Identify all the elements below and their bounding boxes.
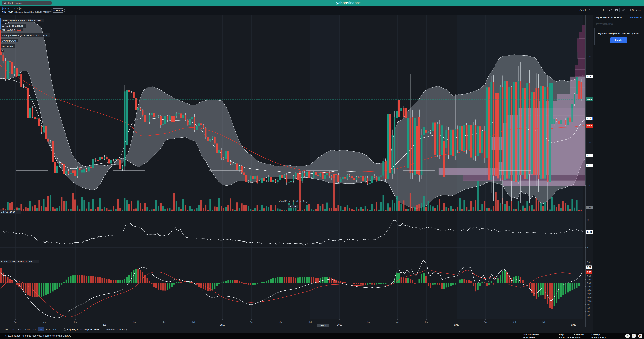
svg-text:80: 80 bbox=[587, 219, 589, 221]
svg-text:0.00: 0.00 bbox=[587, 278, 591, 281]
svg-text:-0.00: -0.00 bbox=[587, 296, 592, 298]
svg-text:0.01: 0.01 bbox=[587, 164, 592, 167]
svg-text:-0.01: -0.01 bbox=[587, 300, 592, 302]
svg-text:+: + bbox=[294, 205, 296, 208]
svg-text:Apr: Apr bbox=[367, 321, 371, 323]
svg-text:20: 20 bbox=[587, 246, 589, 249]
svg-text:rsi (14) 45,90: rsi (14) 45,90 bbox=[1, 211, 15, 213]
svg-text:-0.01: -0.01 bbox=[587, 307, 592, 309]
svg-text:0.05: 0.05 bbox=[588, 98, 592, 101]
svg-text:Apr: Apr bbox=[484, 321, 487, 323]
svg-text:0.03: 0.03 bbox=[588, 124, 592, 127]
svg-text:-0.01: -0.01 bbox=[587, 304, 592, 306]
svg-text:2016: 2016 bbox=[337, 324, 342, 326]
svg-text:0.08: 0.08 bbox=[587, 55, 591, 58]
svg-text:-0.01: -0.01 bbox=[587, 310, 592, 313]
svg-text:0.00: 0.00 bbox=[587, 282, 591, 284]
svg-text:Jul: Jul bbox=[513, 321, 516, 323]
svg-text:-0.00: -0.00 bbox=[587, 289, 592, 292]
svg-text:Bollinger Bands (20,2,ma,y) 0: Bollinger Bands (20,2,ma,y) 0.02 0.01 -0… bbox=[2, 34, 48, 36]
svg-text:Apr: Apr bbox=[14, 321, 17, 323]
svg-text:Jul: Jul bbox=[163, 321, 166, 323]
svg-text:0.00: 0.00 bbox=[587, 184, 591, 187]
svg-text:210,92: 210,92 bbox=[586, 206, 593, 209]
svg-text:-0.00: -0.00 bbox=[587, 293, 592, 295]
svg-text:11/9/2015: 11/9/2015 bbox=[318, 324, 328, 326]
svg-text:ma (50,ma,0) 0.01: ma (50,ma,0) 0.01 bbox=[2, 29, 22, 31]
svg-text:vol undr 295,000.00: vol undr 295,000.00 bbox=[2, 25, 24, 27]
svg-text:0.06: 0.06 bbox=[587, 76, 592, 78]
svg-text:Oct: Oct bbox=[192, 321, 195, 323]
svg-text:2015: 2015 bbox=[220, 324, 225, 326]
svg-text:Jul: Jul bbox=[396, 321, 399, 323]
svg-text:0.04: 0.04 bbox=[587, 118, 592, 120]
svg-text:0.00: 0.00 bbox=[587, 286, 591, 288]
svg-text:Oct: Oct bbox=[425, 321, 428, 323]
svg-text:Apr: Apr bbox=[250, 321, 254, 323]
svg-text:Jul: Jul bbox=[280, 321, 282, 323]
svg-text:0.01: 0.01 bbox=[587, 266, 591, 268]
svg-text:Jul: Jul bbox=[44, 321, 46, 323]
svg-text:0.00: 0.00 bbox=[587, 275, 591, 277]
svg-text:vol profile: vol profile bbox=[2, 45, 13, 48]
svg-text:0.01: 0.01 bbox=[587, 261, 591, 264]
svg-text:Oct: Oct bbox=[542, 321, 545, 323]
svg-text:54,82: 54,82 bbox=[587, 231, 592, 233]
svg-text:ˆ: ˆ bbox=[2, 50, 3, 52]
svg-text:O:0.01 H:0.01 L:0.00 C:0.00: O:0.01 H:0.01 L:0.00 C:0.00 V:295k bbox=[2, 19, 42, 22]
svg-text:0.03: 0.03 bbox=[587, 141, 591, 144]
svg-text:0.00: 0.00 bbox=[587, 271, 591, 274]
svg-text:2014: 2014 bbox=[103, 324, 108, 326]
svg-text:macd (12,26,9) -0.00 -0.00 0.: macd (12,26,9) -0.00 -0.00 0.00 bbox=[1, 260, 33, 263]
svg-text:Apr: Apr bbox=[133, 321, 136, 323]
svg-text:VWAP (n,n,n): VWAP (n,n,n) bbox=[2, 40, 16, 42]
svg-text:2018: 2018 bbox=[572, 324, 576, 326]
svg-text:VWAP is Intraday Only: VWAP is Intraday Only bbox=[279, 200, 308, 203]
svg-text:−: − bbox=[290, 205, 291, 208]
svg-text:Oct: Oct bbox=[74, 321, 78, 323]
svg-text:0.01: 0.01 bbox=[587, 154, 592, 157]
svg-text:Oct: Oct bbox=[308, 321, 312, 323]
svg-text:-0.01: -0.01 bbox=[587, 314, 592, 316]
svg-text:2017: 2017 bbox=[454, 324, 459, 326]
